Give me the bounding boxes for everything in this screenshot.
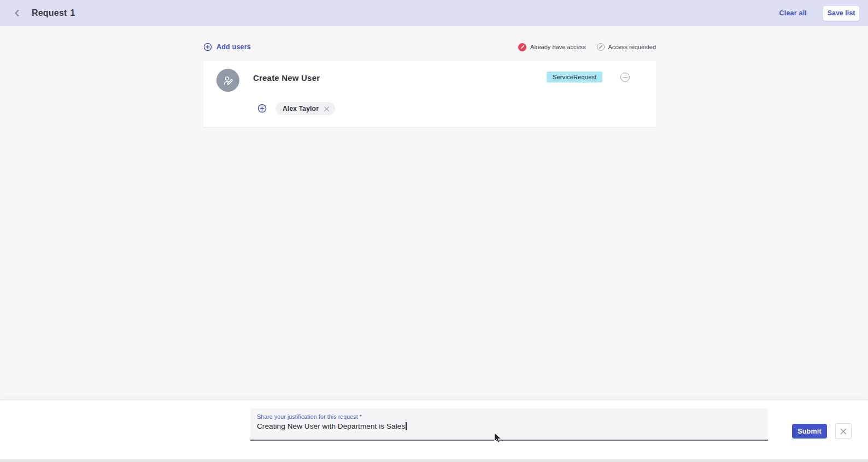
back-button[interactable] — [11, 7, 23, 19]
already-have-access-icon — [518, 43, 526, 51]
avatar — [216, 69, 239, 92]
bottom-edge-strip — [0, 459, 868, 462]
justification-panel: Share your justification for this reques… — [0, 400, 868, 462]
user-chip[interactable]: Alex Taylor — [275, 102, 335, 115]
justification-text: Creating New User with Department is Sal… — [257, 422, 405, 430]
close-icon — [324, 106, 330, 112]
toolbar-row: Add users Already have access Access req… — [203, 42, 656, 52]
top-bar: Request 1 Clear all Save list — [0, 0, 868, 26]
page-title: Request 1 — [32, 8, 75, 18]
plus-circle-icon — [257, 104, 267, 113]
request-item-title: Create New User — [253, 73, 320, 82]
main-content: Add users Already have access Access req… — [0, 26, 868, 400]
save-list-button[interactable]: Save list — [823, 6, 859, 21]
request-item-card: Create New User ServiceRequest Alex Tayl… — [203, 61, 656, 127]
close-icon — [840, 428, 847, 435]
justification-value: Creating New User with Department is Sal… — [257, 422, 761, 430]
minus-icon — [623, 77, 627, 78]
legend-already-have-access: Already have access — [518, 43, 586, 51]
plus-circle-icon — [203, 43, 212, 51]
add-users-button[interactable]: Add users — [203, 43, 251, 51]
close-justification-button[interactable] — [835, 423, 852, 439]
user-chip-label: Alex Taylor — [283, 105, 319, 112]
text-caret — [406, 422, 407, 430]
legend-already-have-access-label: Already have access — [530, 44, 586, 50]
remove-item-button[interactable] — [620, 73, 630, 82]
page-title-number: 1 — [71, 8, 75, 18]
user-edit-icon — [222, 74, 234, 87]
chevron-left-icon — [14, 9, 20, 17]
add-user-to-item-button[interactable] — [257, 104, 267, 113]
clear-all-button[interactable]: Clear all — [779, 9, 807, 17]
page-title-prefix: Request — [32, 8, 67, 18]
request-type-badge: ServiceRequest — [547, 72, 602, 82]
justification-label: Share your justification for this reques… — [257, 413, 761, 420]
status-legend: Already have access Access requested — [518, 43, 656, 51]
legend-access-requested: Access requested — [597, 43, 656, 51]
justification-input[interactable]: Share your justification for this reques… — [250, 408, 768, 441]
legend-access-requested-label: Access requested — [608, 44, 656, 50]
add-users-label: Add users — [216, 43, 251, 51]
remove-user-button[interactable] — [324, 106, 330, 112]
access-requested-icon — [597, 43, 605, 51]
submit-button[interactable]: Submit — [792, 424, 827, 439]
